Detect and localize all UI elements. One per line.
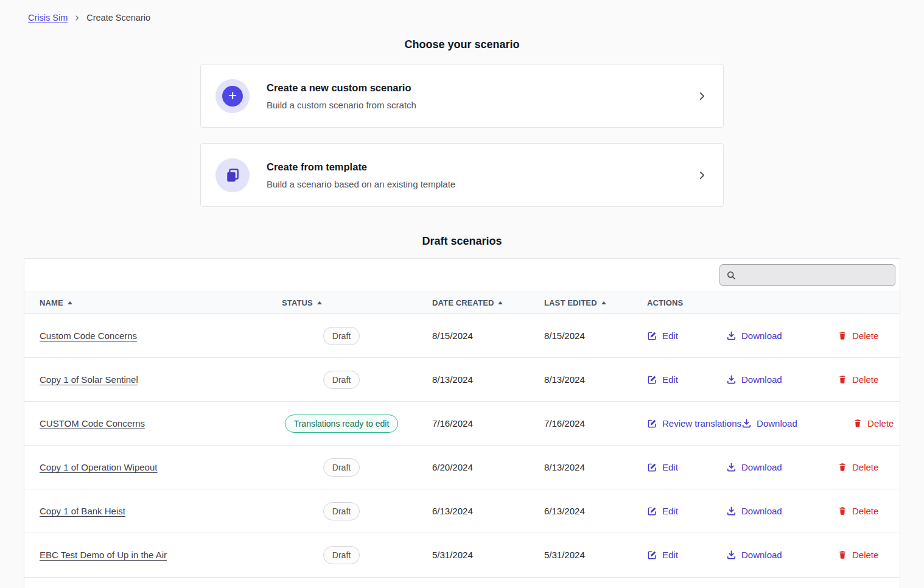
scenario-name-link[interactable]: Copy 1 of Bank Heist [40,506,125,516]
delete-link[interactable]: Delete [838,506,878,516]
scenario-choice-cards: + Create a new custom scenario Build a c… [200,64,724,207]
plus-icon: + [215,79,250,113]
name-cell: Copy 1 of Bank Heist [24,489,267,533]
card-subtitle: Build a scenario based on an existing te… [267,179,455,189]
edit-link[interactable]: Edit [647,550,678,560]
edit-link[interactable]: Edit [647,462,678,472]
create-custom-scenario-card[interactable]: + Create a new custom scenario Build a c… [200,64,724,128]
last-edited-cell: 6/13/2024 [529,489,632,533]
table-row: Copy 1 of Operation Wipeout Draft 6/20/2… [24,446,900,489]
actions-cell: Edit Download [632,489,900,533]
column-label: LAST EDITED [544,298,597,307]
edit-link[interactable]: Edit [647,331,678,341]
column-header-last-edited[interactable]: LAST EDITED [529,292,632,314]
status-badge: Draft [323,371,360,389]
table-row-partial [24,577,900,588]
date-created-cell: 8/15/2024 [417,314,529,358]
download-link[interactable]: Download [726,462,782,472]
breadcrumb-current: Create Scenario [86,13,150,23]
status-cell: Draft [267,358,417,402]
scenario-name-link[interactable]: EBC Test Demo of Up in the Air [40,550,167,560]
table-header-row: NAME STATUS DATE CREATED LAST EDITED ACT… [24,292,900,314]
last-edited-cell: 8/13/2024 [529,446,632,489]
delete-link[interactable]: Delete [838,550,878,560]
delete-link[interactable]: Delete [838,462,878,472]
card-subtitle: Build a custom scenario from scratch [267,100,416,110]
breadcrumb-chevron-icon [74,15,80,21]
sort-asc-icon[interactable] [68,301,72,304]
name-cell: Copy 1 of Operation Wipeout [24,446,267,489]
breadcrumb: Crisis Sim Create Scenario [0,0,924,23]
review-translations-link[interactable]: Review translations [647,418,741,429]
column-label: NAME [40,298,63,307]
edit-link[interactable]: Edit [647,374,678,385]
column-label: ACTIONS [647,298,683,307]
status-cell: Translations ready to edit [267,402,417,446]
download-link[interactable]: Download [726,550,782,560]
draft-scenarios-table-card: NAME STATUS DATE CREATED LAST EDITED ACT… [24,258,900,588]
scenario-name-link[interactable]: Copy 1 of Solar Sentinel [40,374,138,385]
sort-asc-icon[interactable] [317,301,322,304]
status-cell: Draft [267,446,417,489]
column-header-actions: ACTIONS [632,292,900,314]
table-row: Custom Code Concerns Draft 8/15/2024 8/1… [24,314,900,358]
last-edited-cell: 7/16/2024 [529,402,632,446]
status-badge: Draft [323,458,360,477]
status-badge: Draft [323,327,360,345]
breadcrumb-crisis-sim-link[interactable]: Crisis Sim [28,13,68,23]
actions-cell: Edit Download [632,533,900,577]
edit-link[interactable]: Edit [647,506,678,516]
scenario-name-link[interactable]: Custom Code Concerns [40,331,137,341]
last-edited-cell: 5/31/2024 [529,533,632,577]
download-link[interactable]: Download [726,506,782,516]
scenario-name-link[interactable]: Copy 1 of Operation Wipeout [40,462,157,472]
draft-scenarios-title: Draft scenarios [0,235,924,248]
sort-asc-icon[interactable] [601,301,606,304]
actions-cell: Review translations Download [632,402,900,446]
actions-cell: Edit Download [632,446,900,489]
download-link[interactable]: Download [726,374,782,385]
chevron-right-icon [696,170,707,181]
search-icon [726,270,736,280]
date-created-cell: 6/13/2024 [417,489,529,533]
column-header-date-created[interactable]: DATE CREATED [417,292,529,314]
scenario-name-link[interactable]: CUSTOM Code Concerns [40,418,145,429]
table-row: CUSTOM Code Concerns Translations ready … [24,402,900,446]
delete-link[interactable]: Delete [838,331,878,341]
actions-cell: Edit Download [632,358,900,402]
last-edited-cell: 8/13/2024 [529,358,632,402]
date-created-cell: 7/16/2024 [417,402,529,446]
copy-document-icon [215,158,250,192]
sort-asc-icon[interactable] [498,301,503,304]
column-header-name[interactable]: NAME [24,292,267,314]
card-text: Create a new custom scenario Build a cus… [267,82,416,110]
status-cell: Draft [267,314,417,358]
search-input[interactable] [741,270,889,281]
status-badge: Draft [323,502,360,520]
status-badge: Translations ready to edit [285,415,399,433]
status-cell: Draft [267,489,417,533]
column-header-status[interactable]: STATUS [267,292,417,314]
table-row: Copy 1 of Solar Sentinel Draft 8/13/2024… [24,358,900,402]
choose-scenario-title: Choose your scenario [0,38,924,51]
delete-link[interactable]: Delete [838,374,878,385]
table-row: EBC Test Demo of Up in the Air Draft 5/3… [24,533,900,577]
delete-link[interactable]: Delete [853,418,894,429]
card-text: Create from template Build a scenario ba… [267,161,455,189]
name-cell: Custom Code Concerns [24,314,267,358]
card-title: Create from template [267,161,455,173]
table-row: Copy 1 of Bank Heist Draft 6/13/2024 6/1… [24,489,900,533]
last-edited-cell: 8/15/2024 [529,314,632,358]
create-from-template-card[interactable]: Create from template Build a scenario ba… [200,143,724,207]
download-link[interactable]: Download [726,331,782,341]
plus-glyph: + [222,86,243,107]
date-created-cell: 8/13/2024 [417,358,529,402]
status-badge: Draft [323,546,360,564]
draft-scenarios-table: NAME STATUS DATE CREATED LAST EDITED ACT… [24,292,900,577]
search-box[interactable] [719,264,895,286]
column-label: DATE CREATED [432,298,494,307]
date-created-cell: 5/31/2024 [417,533,529,577]
column-label: STATUS [282,298,313,307]
table-toolbar [24,259,900,292]
download-link[interactable]: Download [741,418,797,429]
